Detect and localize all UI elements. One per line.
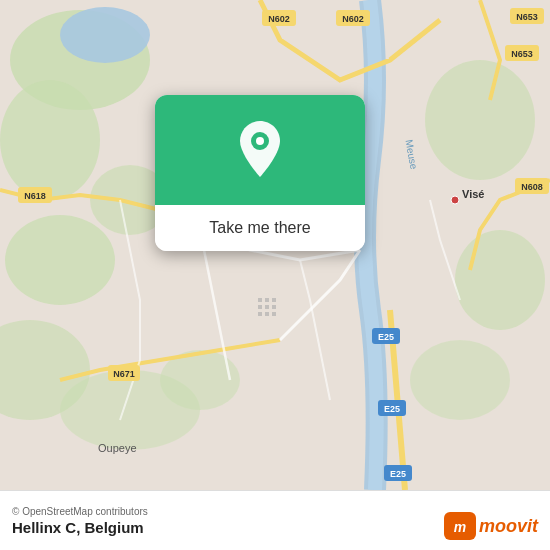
svg-text:Oupeye: Oupeye — [98, 442, 137, 454]
svg-rect-41 — [272, 305, 276, 309]
svg-rect-38 — [272, 298, 276, 302]
svg-point-8 — [425, 60, 535, 180]
svg-point-46 — [256, 137, 264, 145]
svg-rect-36 — [258, 298, 262, 302]
svg-text:N602: N602 — [342, 14, 364, 24]
svg-text:N653: N653 — [516, 12, 538, 22]
svg-rect-37 — [265, 298, 269, 302]
svg-point-33 — [451, 196, 459, 204]
svg-text:N653: N653 — [511, 49, 533, 59]
take-me-there-button[interactable]: Take me there — [155, 205, 365, 251]
svg-rect-44 — [272, 312, 276, 316]
moovit-logo: m moovit — [444, 512, 538, 540]
svg-text:N671: N671 — [113, 369, 135, 379]
svg-point-11 — [60, 7, 150, 63]
svg-point-9 — [455, 230, 545, 330]
svg-rect-39 — [258, 305, 262, 309]
svg-text:E25: E25 — [384, 404, 400, 414]
svg-rect-43 — [265, 312, 269, 316]
svg-text:N618: N618 — [24, 191, 46, 201]
map-container: N602 N602 N653 N653 N618 N608 N671 E25 E… — [0, 0, 550, 490]
popup-icon-area — [155, 95, 365, 205]
svg-text:m: m — [454, 519, 466, 535]
svg-point-10 — [410, 340, 510, 420]
popup-card: Take me there — [155, 95, 365, 251]
svg-text:E25: E25 — [378, 332, 394, 342]
svg-point-4 — [5, 215, 115, 305]
moovit-logo-text: moovit — [479, 516, 538, 537]
svg-rect-40 — [265, 305, 269, 309]
svg-point-2 — [0, 80, 100, 200]
moovit-logo-icon: m — [444, 512, 476, 540]
svg-text:Visé: Visé — [462, 188, 484, 200]
svg-text:N602: N602 — [268, 14, 290, 24]
svg-rect-42 — [258, 312, 262, 316]
bottom-bar: © OpenStreetMap contributors Hellinx C, … — [0, 490, 550, 550]
svg-text:E25: E25 — [390, 469, 406, 479]
svg-text:N608: N608 — [521, 182, 543, 192]
location-pin-icon — [234, 119, 286, 181]
